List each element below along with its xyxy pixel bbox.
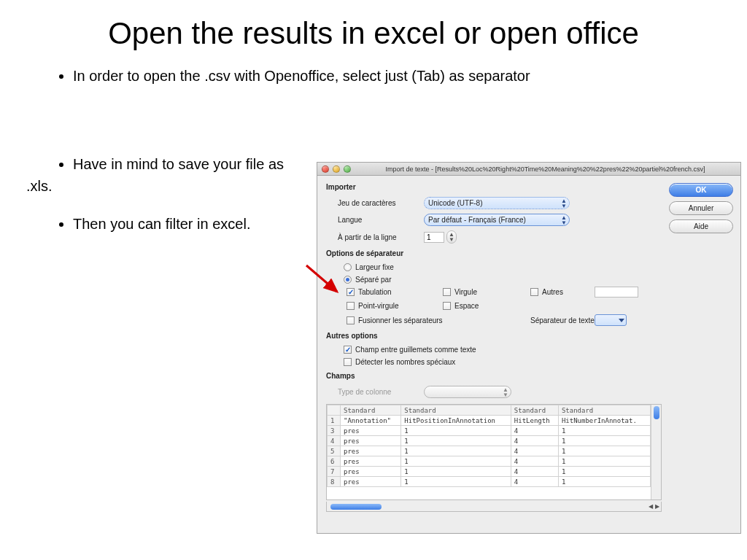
section-other-options: Autres options xyxy=(326,332,662,340)
titlebar[interactable]: Import de texte - [Results%20Loc%20Right… xyxy=(317,163,740,176)
checkbox-quoted-as-text[interactable]: ✓Champ entre guillemets comme texte xyxy=(344,346,476,354)
check-label: Fusionner les séparateurs xyxy=(358,316,443,324)
preview-grid[interactable]: StandardStandardStandardStandard1"Annota… xyxy=(326,404,662,500)
fromline-label: À partir de la ligne xyxy=(338,233,418,241)
help-button[interactable]: Aide xyxy=(669,219,733,233)
slide-title: Open the results in excel or open office xyxy=(44,16,703,51)
scroll-left-icon[interactable]: ◀ xyxy=(649,503,653,510)
charset-label: Jeu de caractères xyxy=(338,199,418,207)
checkbox-semicolon[interactable]: Point-virgule xyxy=(347,302,434,310)
other-separator-input[interactable] xyxy=(595,287,638,298)
checkbox-merge-separators[interactable]: Fusionner les séparateurs xyxy=(347,316,522,324)
scroll-right-icon[interactable]: ▶ xyxy=(655,503,659,510)
language-label: Langue xyxy=(338,216,418,224)
check-label: Espace xyxy=(454,302,479,310)
section-separator: Options de séparateur xyxy=(326,249,662,257)
checkbox-other[interactable]: Autres xyxy=(530,288,586,296)
vertical-scrollbar[interactable] xyxy=(651,405,661,499)
cancel-button[interactable]: Annuler xyxy=(669,201,733,215)
section-fields: Champs xyxy=(326,372,662,380)
window-title: Import de texte - [Results%20Loc%20Right… xyxy=(355,166,736,173)
radio-separated-by[interactable]: Séparé par xyxy=(344,276,391,284)
check-label: Autres xyxy=(542,288,563,296)
radio-label: Largeur fixe xyxy=(355,263,394,271)
dropdown-icon xyxy=(619,319,624,322)
radio-label: Séparé par xyxy=(355,276,391,284)
text-separator-label: Séparateur de texte xyxy=(530,316,586,324)
zoom-icon[interactable] xyxy=(344,166,351,173)
fromline-stepper[interactable]: ▲▼ xyxy=(424,230,457,244)
checkbox-space[interactable]: Espace xyxy=(443,302,522,310)
check-label: Virgule xyxy=(454,288,477,296)
language-value: Par défaut - Français (France) xyxy=(428,216,526,224)
minimize-icon[interactable] xyxy=(333,166,340,173)
text-separator-select[interactable] xyxy=(595,314,627,326)
language-select[interactable]: Par défaut - Français (France) ▲▼ xyxy=(424,214,570,226)
close-icon[interactable] xyxy=(322,166,329,173)
section-import: Importer xyxy=(326,183,662,191)
import-text-dialog: Import de texte - [Results%20Loc%20Right… xyxy=(317,162,741,534)
checkbox-detect-numbers[interactable]: Détecter les nombres spéciaux xyxy=(344,358,455,366)
ok-button[interactable]: OK xyxy=(669,183,733,197)
bullet-item: In order to open the .csv with Openoffic… xyxy=(73,67,747,85)
updown-icon: ▲▼ xyxy=(561,215,567,225)
charset-value: Unicode (UTF-8) xyxy=(428,199,482,207)
check-label: Tabulation xyxy=(358,288,392,296)
charset-select[interactable]: Unicode (UTF-8) ▲▼ xyxy=(424,197,570,209)
check-label: Détecter les nombres spéciaux xyxy=(355,358,455,366)
check-label: Point-virgule xyxy=(358,302,399,310)
updown-icon[interactable]: ▲▼ xyxy=(446,230,457,244)
checkbox-comma[interactable]: Virgule xyxy=(443,288,522,296)
horizontal-scrollbar[interactable]: ◀ ▶ xyxy=(326,502,662,512)
radio-fixed-width[interactable]: Largeur fixe xyxy=(344,263,394,271)
column-type-select: ▲▼ xyxy=(424,386,511,398)
updown-icon: ▲▼ xyxy=(503,387,508,397)
check-label: Champ entre guillemets comme texte xyxy=(355,346,476,354)
fromline-input[interactable] xyxy=(424,232,444,243)
checkbox-tabulation[interactable]: ✓Tabulation xyxy=(347,288,434,296)
column-type-label: Type de colonne xyxy=(338,388,418,396)
updown-icon: ▲▼ xyxy=(561,198,567,209)
